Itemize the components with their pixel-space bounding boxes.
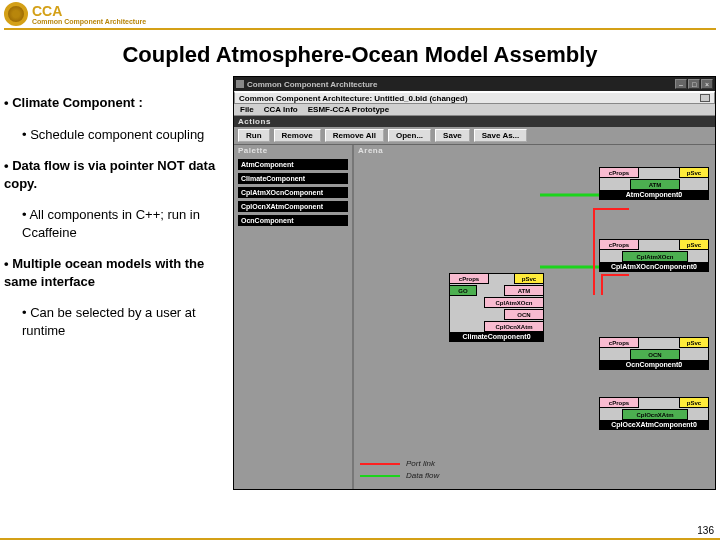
port-psvc[interactable]: pSvc	[679, 167, 709, 178]
cca-acronym: CCA	[32, 4, 146, 18]
save-as-button[interactable]: Save As...	[474, 129, 528, 142]
port-cprops[interactable]: cProps	[599, 167, 639, 178]
palette-pane: Palette AtmComponent ClimateComponent Cp…	[234, 145, 354, 489]
port-psvc[interactable]: pSvc	[679, 337, 709, 348]
atm-component[interactable]: cProps pSvc ATM AtmComponent0	[599, 167, 709, 200]
menu-file[interactable]: File	[240, 105, 254, 114]
bullet-3: • Multiple ocean models with the same in…	[4, 256, 204, 289]
run-button[interactable]: Run	[238, 129, 270, 142]
port-psvc[interactable]: pSvc	[679, 397, 709, 408]
bullet-1: • Climate Component :	[4, 95, 143, 110]
bullet-2a: • All components in C++; run in Ccaffein…	[22, 206, 229, 241]
component-title: ClimateComponent0	[450, 332, 543, 341]
remove-button[interactable]: Remove	[274, 129, 321, 142]
outer-window-title: Common Component Architecture	[247, 80, 674, 89]
component-title: CplOceXAtmComponent0	[600, 420, 708, 429]
close-button[interactable]: ×	[701, 79, 713, 89]
menu-esmf[interactable]: ESMF-CCA Prototype	[308, 105, 389, 114]
port-psvc[interactable]: pSvc	[679, 239, 709, 250]
component-title: OcnComponent0	[600, 360, 708, 369]
cca-name: Common Component Architecture	[32, 18, 146, 25]
app-window: Common Component Architecture – □ × Comm…	[233, 76, 716, 490]
doc-maximize-button[interactable]	[700, 94, 710, 102]
port-psvc[interactable]: pSvc	[514, 273, 544, 284]
port-atm[interactable]: ATM	[504, 285, 544, 296]
port-cplocnxatm[interactable]: CplOcnXAtm	[622, 409, 688, 420]
palette-item[interactable]: ClimateComponent	[238, 173, 348, 184]
actions-label: Actions	[234, 116, 715, 127]
component-title: AtmComponent0	[600, 190, 708, 199]
bullet-2: • Data flow is via pointer NOT data copy…	[4, 158, 215, 191]
remove-all-button[interactable]: Remove All	[325, 129, 384, 142]
slide-title: Coupled Atmosphere-Ocean Model Assembly	[0, 42, 720, 68]
port-cprops[interactable]: cProps	[599, 239, 639, 250]
cpl-atm-ocn-component[interactable]: cProps pSvc CplAtmXOcn CplAtmXOcnCompone…	[599, 239, 709, 272]
cpl-ocn-atm-component[interactable]: cProps pSvc CplOcnXAtm CplOceXAtmCompone…	[599, 397, 709, 430]
slide-header: CCA Common Component Architecture	[0, 0, 720, 28]
legend-dataflow: Data flow	[406, 471, 439, 480]
minimize-button[interactable]: –	[675, 79, 687, 89]
menu-ccainfo[interactable]: CCA Info	[264, 105, 298, 114]
save-button[interactable]: Save	[435, 129, 470, 142]
port-atm[interactable]: ATM	[630, 179, 680, 190]
bullet-list: • Climate Component : • Schedule compone…	[4, 76, 229, 490]
arena-pane[interactable]: Arena	[354, 145, 715, 489]
ocn-component[interactable]: cProps pSvc OCN OcnComponent0	[599, 337, 709, 370]
header-rule	[4, 28, 716, 30]
toolbar: Run Remove Remove All Open... Save Save …	[234, 127, 715, 145]
outer-titlebar: Common Component Architecture – □ ×	[234, 77, 715, 91]
palette-label: Palette	[234, 145, 352, 156]
port-cprops[interactable]: cProps	[599, 337, 639, 348]
palette-item[interactable]: OcnComponent	[238, 215, 348, 226]
port-cplatmxocn[interactable]: CplAtmXOcn	[484, 297, 544, 308]
port-ocn[interactable]: OCN	[504, 309, 544, 320]
cca-logo-icon	[4, 2, 28, 26]
arena-label: Arena	[354, 145, 387, 156]
legend-portlink: Port link	[406, 459, 435, 468]
menubar: File CCA Info ESMF-CCA Prototype	[234, 104, 715, 116]
climate-component[interactable]: cProps pSvc GO ATM CplAtmXOcn OCN CplOcn…	[449, 273, 544, 342]
palette-item[interactable]: CplOcnXAtmComponent	[238, 201, 348, 212]
bullet-1a: • Schedule component coupling	[22, 126, 229, 144]
port-cprops[interactable]: cProps	[449, 273, 489, 284]
page-number: 136	[697, 525, 714, 536]
port-go[interactable]: GO	[449, 285, 477, 296]
component-title: CplAtmXOcnComponent0	[600, 262, 708, 271]
app-icon	[236, 80, 244, 88]
bullet-3a: • Can be selected by a user at runtime	[22, 304, 229, 339]
palette-item[interactable]: CplAtmXOcnComponent	[238, 187, 348, 198]
port-cprops[interactable]: cProps	[599, 397, 639, 408]
document-title: Common Component Architecture: Untitled_…	[239, 94, 468, 103]
legend: Port link Data flow	[360, 459, 439, 483]
port-cplocnxatm[interactable]: CplOcnXAtm	[484, 321, 544, 332]
port-ocn[interactable]: OCN	[630, 349, 680, 360]
document-titlebar: Common Component Architecture: Untitled_…	[234, 91, 715, 104]
palette-item[interactable]: AtmComponent	[238, 159, 348, 170]
port-cplatmxocn[interactable]: CplAtmXOcn	[622, 251, 688, 262]
open-button[interactable]: Open...	[388, 129, 431, 142]
maximize-button[interactable]: □	[688, 79, 700, 89]
